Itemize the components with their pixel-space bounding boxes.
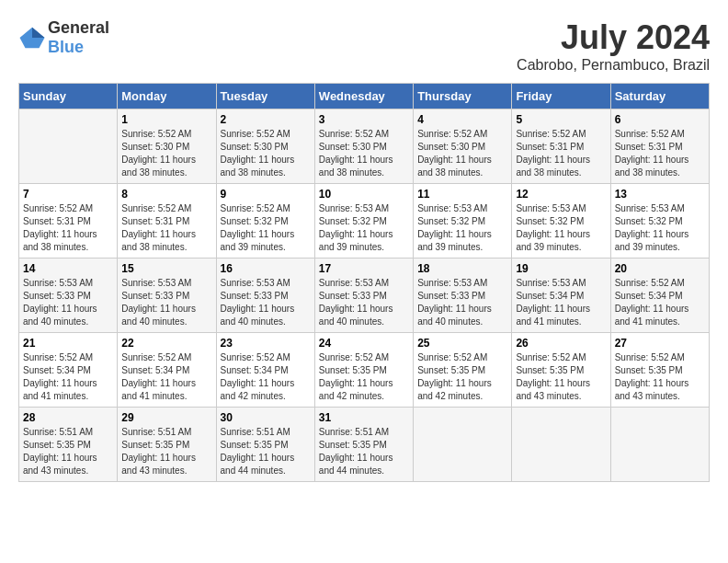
calendar-cell [19, 109, 118, 184]
svg-marker-1 [32, 28, 45, 38]
calendar-cell: 9 Sunrise: 5:52 AMSunset: 5:32 PMDayligh… [216, 184, 314, 259]
location-title: Cabrobo, Pernambuco, Brazil [517, 57, 710, 74]
day-number: 22 [121, 337, 211, 350]
calendar-cell: 5 Sunrise: 5:52 AMSunset: 5:31 PMDayligh… [512, 109, 610, 184]
day-number: 2 [221, 113, 311, 126]
calendar-cell: 25 Sunrise: 5:52 AMSunset: 5:35 PMDaylig… [414, 333, 512, 408]
day-info: Sunrise: 5:52 AMSunset: 5:35 PMDaylight:… [615, 351, 705, 403]
day-number: 19 [516, 262, 606, 275]
title-block: July 2024 Cabrobo, Pernambuco, Brazil [517, 18, 710, 74]
day-info: Sunrise: 5:51 AMSunset: 5:35 PMDaylight:… [319, 426, 409, 477]
day-number: 24 [319, 337, 409, 350]
calendar-cell: 28 Sunrise: 5:51 AMSunset: 5:35 PMDaylig… [19, 408, 118, 482]
header-wednesday: Wednesday [314, 84, 413, 109]
day-number: 25 [417, 337, 507, 350]
week-row-4: 28 Sunrise: 5:51 AMSunset: 5:35 PMDaylig… [19, 408, 710, 482]
day-number: 27 [615, 337, 705, 350]
day-info: Sunrise: 5:53 AMSunset: 5:33 PMDaylight:… [417, 277, 507, 328]
day-info: Sunrise: 5:52 AMSunset: 5:34 PMDaylight:… [121, 351, 211, 403]
day-info: Sunrise: 5:52 AMSunset: 5:30 PMDaylight:… [221, 128, 311, 179]
calendar-cell: 13 Sunrise: 5:53 AMSunset: 5:32 PMDaylig… [610, 184, 709, 259]
calendar-cell: 31 Sunrise: 5:51 AMSunset: 5:35 PMDaylig… [314, 408, 413, 482]
calendar-cell: 22 Sunrise: 5:52 AMSunset: 5:34 PMDaylig… [118, 333, 216, 408]
header-row: Sunday Monday Tuesday Wednesday Thursday… [19, 84, 710, 109]
calendar-cell: 24 Sunrise: 5:52 AMSunset: 5:35 PMDaylig… [314, 333, 413, 408]
month-year-title: July 2024 [517, 18, 710, 57]
day-number: 3 [319, 113, 409, 126]
day-info: Sunrise: 5:53 AMSunset: 5:34 PMDaylight:… [516, 277, 606, 328]
calendar-cell: 14 Sunrise: 5:53 AMSunset: 5:33 PMDaylig… [19, 259, 118, 333]
calendar-cell: 8 Sunrise: 5:52 AMSunset: 5:31 PMDayligh… [118, 184, 216, 259]
calendar-cell [610, 408, 709, 482]
logo: General Blue [18, 18, 109, 57]
day-number: 30 [221, 411, 311, 424]
day-info: Sunrise: 5:53 AMSunset: 5:32 PMDaylight:… [516, 202, 606, 254]
day-info: Sunrise: 5:51 AMSunset: 5:35 PMDaylight:… [23, 426, 113, 477]
day-info: Sunrise: 5:53 AMSunset: 5:32 PMDaylight:… [615, 202, 705, 254]
calendar-cell: 2 Sunrise: 5:52 AMSunset: 5:30 PMDayligh… [216, 109, 314, 184]
day-info: Sunrise: 5:52 AMSunset: 5:30 PMDaylight:… [121, 128, 211, 179]
day-number: 6 [615, 113, 705, 126]
logo-icon [18, 24, 46, 52]
logo-general: General [48, 18, 109, 37]
day-number: 20 [615, 262, 705, 275]
day-number: 1 [121, 113, 211, 126]
week-row-2: 14 Sunrise: 5:53 AMSunset: 5:33 PMDaylig… [19, 259, 710, 333]
calendar-cell: 30 Sunrise: 5:51 AMSunset: 5:35 PMDaylig… [216, 408, 314, 482]
calendar-table: Sunday Monday Tuesday Wednesday Thursday… [18, 83, 710, 482]
day-info: Sunrise: 5:52 AMSunset: 5:35 PMDaylight:… [516, 351, 606, 403]
day-info: Sunrise: 5:52 AMSunset: 5:31 PMDaylight:… [23, 202, 113, 254]
calendar-cell: 12 Sunrise: 5:53 AMSunset: 5:32 PMDaylig… [512, 184, 610, 259]
calendar-cell: 19 Sunrise: 5:53 AMSunset: 5:34 PMDaylig… [512, 259, 610, 333]
day-info: Sunrise: 5:53 AMSunset: 5:32 PMDaylight:… [417, 202, 507, 254]
calendar-cell: 17 Sunrise: 5:53 AMSunset: 5:33 PMDaylig… [314, 259, 413, 333]
day-number: 26 [516, 337, 606, 350]
week-row-1: 7 Sunrise: 5:52 AMSunset: 5:31 PMDayligh… [19, 184, 710, 259]
calendar-cell: 3 Sunrise: 5:52 AMSunset: 5:30 PMDayligh… [314, 109, 413, 184]
header-saturday: Saturday [610, 84, 709, 109]
day-number: 8 [121, 188, 211, 201]
day-info: Sunrise: 5:52 AMSunset: 5:35 PMDaylight:… [319, 351, 409, 403]
day-number: 21 [23, 337, 113, 350]
day-number: 9 [221, 188, 311, 201]
header-sunday: Sunday [19, 84, 118, 109]
day-info: Sunrise: 5:51 AMSunset: 5:35 PMDaylight:… [121, 426, 211, 477]
day-info: Sunrise: 5:52 AMSunset: 5:34 PMDaylight:… [221, 351, 311, 403]
calendar-cell: 11 Sunrise: 5:53 AMSunset: 5:32 PMDaylig… [414, 184, 512, 259]
calendar-cell: 27 Sunrise: 5:52 AMSunset: 5:35 PMDaylig… [610, 333, 709, 408]
logo-blue: Blue [48, 38, 84, 56]
day-info: Sunrise: 5:53 AMSunset: 5:33 PMDaylight:… [221, 277, 311, 328]
calendar-cell: 15 Sunrise: 5:53 AMSunset: 5:33 PMDaylig… [118, 259, 216, 333]
calendar-cell: 29 Sunrise: 5:51 AMSunset: 5:35 PMDaylig… [118, 408, 216, 482]
calendar-cell: 4 Sunrise: 5:52 AMSunset: 5:30 PMDayligh… [414, 109, 512, 184]
calendar-cell [414, 408, 512, 482]
day-number: 14 [23, 262, 113, 275]
day-info: Sunrise: 5:53 AMSunset: 5:33 PMDaylight:… [121, 277, 211, 328]
day-number: 31 [319, 411, 409, 424]
day-number: 7 [23, 188, 113, 201]
calendar-cell: 1 Sunrise: 5:52 AMSunset: 5:30 PMDayligh… [118, 109, 216, 184]
day-info: Sunrise: 5:52 AMSunset: 5:34 PMDaylight:… [23, 351, 113, 403]
day-info: Sunrise: 5:52 AMSunset: 5:35 PMDaylight:… [417, 351, 507, 403]
day-info: Sunrise: 5:52 AMSunset: 5:31 PMDaylight:… [615, 128, 705, 179]
page-header: General Blue July 2024 Cabrobo, Pernambu… [18, 18, 710, 74]
day-info: Sunrise: 5:52 AMSunset: 5:30 PMDaylight:… [319, 128, 409, 179]
day-info: Sunrise: 5:53 AMSunset: 5:33 PMDaylight:… [319, 277, 409, 328]
header-monday: Monday [118, 84, 216, 109]
day-info: Sunrise: 5:52 AMSunset: 5:31 PMDaylight:… [121, 202, 211, 254]
day-number: 18 [417, 262, 507, 275]
calendar-cell: 20 Sunrise: 5:52 AMSunset: 5:34 PMDaylig… [610, 259, 709, 333]
calendar-cell: 18 Sunrise: 5:53 AMSunset: 5:33 PMDaylig… [414, 259, 512, 333]
day-number: 28 [23, 411, 113, 424]
calendar-cell: 16 Sunrise: 5:53 AMSunset: 5:33 PMDaylig… [216, 259, 314, 333]
calendar-cell: 23 Sunrise: 5:52 AMSunset: 5:34 PMDaylig… [216, 333, 314, 408]
header-tuesday: Tuesday [216, 84, 314, 109]
day-info: Sunrise: 5:52 AMSunset: 5:31 PMDaylight:… [516, 128, 606, 179]
day-number: 12 [516, 188, 606, 201]
week-row-0: 1 Sunrise: 5:52 AMSunset: 5:30 PMDayligh… [19, 109, 710, 184]
calendar-cell: 21 Sunrise: 5:52 AMSunset: 5:34 PMDaylig… [19, 333, 118, 408]
day-number: 29 [121, 411, 211, 424]
day-info: Sunrise: 5:52 AMSunset: 5:30 PMDaylight:… [417, 128, 507, 179]
calendar-cell [512, 408, 610, 482]
calendar-cell: 10 Sunrise: 5:53 AMSunset: 5:32 PMDaylig… [314, 184, 413, 259]
